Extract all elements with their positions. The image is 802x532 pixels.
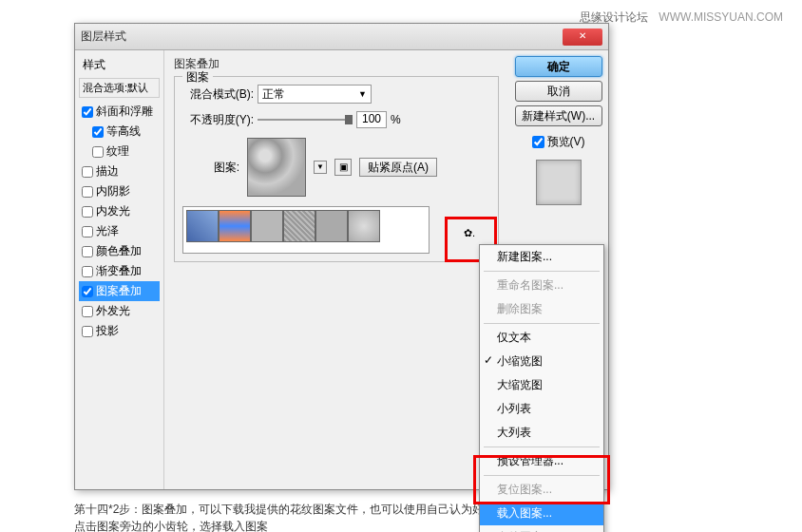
style-checkbox[interactable]	[82, 286, 93, 297]
pattern-dropdown-icon[interactable]: ▼	[314, 161, 327, 174]
blend-mode-value: 正常	[262, 86, 285, 103]
titlebar[interactable]: 图层样式 ✕	[75, 24, 608, 50]
menu-large-list[interactable]: 大列表	[480, 421, 603, 445]
style-item[interactable]: 光泽	[79, 221, 160, 241]
swatch[interactable]	[315, 210, 348, 242]
style-item[interactable]: 投影	[79, 321, 160, 341]
style-item[interactable]: 内发光	[79, 201, 160, 221]
check-icon: ✓	[484, 353, 493, 367]
instruction-line-2: 点击图案旁边的小齿轮，选择载入图案	[74, 518, 739, 532]
swatch[interactable]	[219, 210, 251, 242]
opacity-label: 不透明度(Y):	[182, 112, 254, 128]
menu-large-thumb[interactable]: 大缩览图	[480, 373, 603, 397]
menu-text-only[interactable]: 仅文本	[480, 326, 603, 350]
style-label: 外发光	[96, 303, 130, 319]
style-item[interactable]: 颜色叠加	[79, 241, 160, 261]
ok-button[interactable]: 确定	[515, 56, 602, 77]
section-title: 图案叠加	[174, 56, 499, 72]
preview-check-input[interactable]	[532, 136, 544, 148]
styles-list-panel: 样式 混合选项:默认 斜面和浮雕等高线纹理描边内阴影内发光光泽颜色叠加渐变叠加图…	[75, 50, 164, 489]
close-button[interactable]: ✕	[563, 28, 602, 46]
style-checkbox[interactable]	[92, 146, 104, 158]
style-label: 渐变叠加	[96, 263, 142, 279]
swatch[interactable]	[186, 210, 219, 242]
menu-reset-pattern[interactable]: 复位图案...	[480, 478, 603, 502]
style-checkbox[interactable]	[82, 246, 93, 257]
opacity-unit: %	[391, 113, 401, 126]
menu-separator	[484, 446, 600, 447]
preview-thumbnail	[536, 160, 582, 205]
style-checkbox[interactable]	[82, 326, 93, 337]
style-label: 投影	[96, 323, 119, 339]
opacity-input[interactable]: 100	[356, 111, 387, 128]
style-item[interactable]: 纹理	[79, 142, 160, 162]
blend-mode-label: 混合模式(B):	[182, 86, 254, 103]
style-checkbox[interactable]	[82, 166, 93, 178]
style-item[interactable]: 外发光	[79, 301, 160, 321]
menu-separator	[484, 323, 600, 324]
style-label: 内发光	[96, 203, 130, 219]
style-checkbox[interactable]	[82, 106, 93, 118]
dialog-title: 图层样式	[81, 28, 563, 45]
styles-label: 样式	[79, 54, 160, 76]
new-doc-icon[interactable]: ▣	[334, 159, 352, 176]
preview-checkbox[interactable]: 预览(V)	[532, 134, 585, 150]
options-panel: 图案叠加 图案 混合模式(B): 正常 ▼ 不透明度(Y): 100 %	[164, 50, 508, 489]
style-label: 光泽	[96, 223, 119, 239]
menu-save-pattern[interactable]: 存储图案...	[480, 525, 603, 532]
style-item[interactable]: 内阴影	[79, 181, 160, 201]
swatch[interactable]	[348, 210, 380, 242]
style-label: 图案叠加	[96, 283, 142, 299]
slider-thumb[interactable]	[345, 115, 353, 124]
chevron-down-icon: ▼	[358, 89, 367, 99]
style-item[interactable]: 描边	[79, 162, 160, 181]
style-item[interactable]: 等高线	[79, 122, 160, 142]
pattern-preview[interactable]	[247, 138, 306, 197]
style-label: 纹理	[106, 143, 129, 160]
style-checkbox[interactable]	[82, 186, 93, 198]
blend-options[interactable]: 混合选项:默认	[79, 78, 160, 98]
pattern-context-menu: 新建图案... 重命名图案... 删除图案 仅文本 ✓小缩览图 大缩览图 小列表…	[479, 244, 604, 532]
style-label: 内阴影	[96, 183, 130, 200]
menu-small-thumb[interactable]: ✓小缩览图	[480, 350, 603, 373]
preview-label: 预览(V)	[547, 134, 585, 150]
opacity-slider[interactable]	[258, 115, 353, 124]
style-label: 斜面和浮雕	[96, 104, 153, 120]
swatch[interactable]	[283, 210, 315, 242]
instruction-text: 第十四*2步：图案叠加，可以下载我提供的花纹图案文件，也可以使用自己认为好看的图…	[74, 501, 739, 532]
forum-name: 思缘设计论坛	[580, 10, 648, 24]
style-checkbox[interactable]	[92, 126, 104, 138]
style-checkbox[interactable]	[82, 266, 93, 277]
new-style-button[interactable]: 新建样式(W)...	[515, 105, 602, 126]
style-label: 描边	[96, 163, 119, 180]
menu-preset-manager[interactable]: 预设管理器...	[480, 449, 603, 473]
style-item[interactable]: 斜面和浮雕	[79, 102, 160, 122]
instruction-line-1: 第十四*2步：图案叠加，可以下载我提供的花纹图案文件，也可以使用自己认为好看的图…	[74, 501, 739, 518]
fieldset-legend: 图案	[182, 69, 213, 86]
pattern-swatch-picker[interactable]	[182, 206, 430, 254]
menu-load-pattern[interactable]: 载入图案...	[480, 502, 603, 525]
blend-mode-select[interactable]: 正常 ▼	[258, 85, 372, 104]
style-item[interactable]: 图案叠加	[79, 281, 160, 301]
style-label: 等高线	[106, 124, 141, 140]
cancel-button[interactable]: 取消	[515, 81, 602, 102]
menu-small-list[interactable]: 小列表	[480, 397, 603, 421]
style-label: 颜色叠加	[96, 243, 142, 259]
style-checkbox[interactable]	[82, 226, 93, 238]
style-checkbox[interactable]	[82, 306, 93, 317]
menu-rename-pattern: 重命名图案...	[480, 274, 603, 297]
pattern-label: 图案:	[182, 160, 239, 176]
swatch[interactable]	[251, 210, 283, 242]
menu-separator	[484, 475, 600, 476]
gear-icon[interactable]: ✿.	[464, 227, 475, 239]
page-header: 思缘设计论坛 WWW.MISSYUAN.COM	[580, 10, 783, 26]
menu-separator	[484, 271, 600, 272]
snap-origin-button[interactable]: 贴紧原点(A)	[359, 158, 437, 177]
forum-url: WWW.MISSYUAN.COM	[659, 10, 783, 24]
style-checkbox[interactable]	[82, 206, 93, 218]
menu-new-pattern[interactable]: 新建图案...	[480, 245, 603, 269]
menu-delete-pattern: 删除图案	[480, 297, 603, 321]
style-item[interactable]: 渐变叠加	[79, 261, 160, 281]
